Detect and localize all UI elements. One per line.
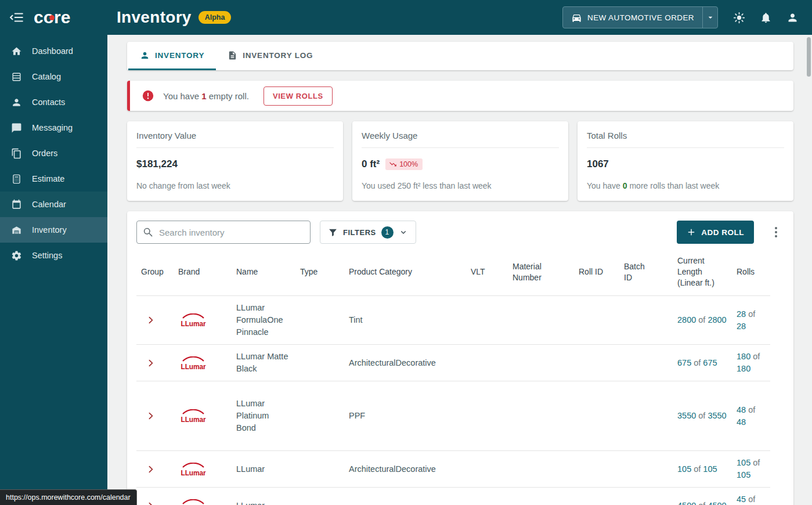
table-row[interactable]: LLumar LLumar 4500 of 4500 45 of 45 <box>136 488 770 505</box>
expand-row-chevron-icon[interactable] <box>141 501 169 505</box>
llumar-brand-logo: LLumar <box>178 409 208 426</box>
sidebar-item-inventory[interactable]: Inventory <box>0 217 107 243</box>
cell-category: ArchitecturalDecorative <box>344 451 466 488</box>
collapse-sidebar-icon[interactable] <box>9 10 24 25</box>
sidebar-item-settings[interactable]: Settings <box>0 243 107 268</box>
alert-left-stripe <box>127 81 130 111</box>
tab-label: INVENTORY <box>155 51 204 60</box>
notifications-button[interactable] <box>754 6 777 29</box>
cell-rolls: 105 of 105 <box>732 451 770 488</box>
person-icon <box>140 50 150 60</box>
sidebar-item-label: Settings <box>32 251 62 260</box>
col-header-type: Type <box>295 248 344 296</box>
sidebar-item-label: Calendar <box>32 200 66 209</box>
cell-material <box>508 296 574 345</box>
expand-row-chevron-icon[interactable] <box>141 315 169 325</box>
cell-vlt <box>466 296 508 345</box>
new-order-label: NEW AUTOMOTIVE ORDER <box>587 13 694 22</box>
scrollbar-thumb[interactable] <box>807 37 811 77</box>
header-actions: NEW AUTOMOTIVE ORDER <box>562 6 812 29</box>
cell-roll-id <box>574 451 619 488</box>
col-header-brand: Brand <box>174 248 232 296</box>
filters-button[interactable]: FILTERS 1 <box>320 221 416 244</box>
tab-inventory[interactable]: INVENTORY <box>128 42 216 70</box>
cell-material <box>508 488 574 505</box>
inventory-table: Group Brand Name Type Product Category V… <box>136 248 770 505</box>
cell-length: 105 of 105 <box>673 451 732 488</box>
sidebar-item-dashboard[interactable]: Dashboard <box>0 38 107 64</box>
cell-vlt <box>466 345 508 381</box>
cell-rolls: 48 of 48 <box>732 381 770 451</box>
cell-material <box>508 381 574 451</box>
error-icon <box>142 89 154 102</box>
more-options-icon[interactable] <box>771 223 781 241</box>
new-automotive-order-button[interactable]: NEW AUTOMOTIVE ORDER <box>563 7 702 28</box>
sidebar-item-calendar[interactable]: Calendar <box>0 192 107 217</box>
cell-category <box>344 488 466 505</box>
expand-row-chevron-icon[interactable] <box>141 464 169 474</box>
top-header: core Inventory Alpha NEW AUTOMOTIVE ORDE… <box>0 0 812 35</box>
theme-brightness-button[interactable] <box>727 6 750 29</box>
cell-name: LLumar FormulaOne Pinnacle <box>232 296 295 345</box>
llumar-brand-logo: LLumar <box>178 463 208 479</box>
core-logo[interactable]: core <box>34 9 70 26</box>
note-prefix: You have <box>587 181 620 190</box>
browser-status-url: https://ops.morewithcore.com/calendar <box>0 489 137 505</box>
llumar-brand-logo: LLumar <box>178 313 208 330</box>
view-rolls-button[interactable]: VIEW ROLLS <box>264 86 333 106</box>
cell-batch-id <box>619 488 673 505</box>
col-header-group: Group <box>136 248 174 296</box>
table-row[interactable]: LLumar LLumar Matte Black ArchitecturalD… <box>136 345 770 381</box>
cell-category: PPF <box>344 381 466 451</box>
empty-roll-alert: You have 1 empty roll. VIEW ROLLS <box>127 81 793 111</box>
cell-material <box>508 345 574 381</box>
alert-count: 1 <box>201 91 206 101</box>
cell-category: Tint <box>344 296 466 345</box>
cell-vlt <box>466 381 508 451</box>
sidebar-item-catalog[interactable]: Catalog <box>0 64 107 89</box>
expand-row-chevron-icon[interactable] <box>141 411 169 421</box>
stat-cards: Inventory Value $181,224 No change from … <box>127 121 793 201</box>
tab-label: INVENTORY LOG <box>243 51 313 60</box>
search-input[interactable] <box>136 221 311 244</box>
sun-icon <box>733 12 745 24</box>
new-order-dropdown-caret[interactable] <box>702 7 717 28</box>
cell-rolls: 180 of 180 <box>732 345 770 381</box>
filters-label: FILTERS <box>343 228 376 237</box>
card-title: Inventory Value <box>136 131 334 148</box>
cell-type <box>295 488 344 505</box>
weekly-usage-card: Weekly Usage 0 ft² 100% You used 250 ft²… <box>352 121 568 201</box>
brand-area: core <box>0 9 107 26</box>
cell-category: ArchitecturalDecorative <box>344 345 466 381</box>
new-order-split-button: NEW AUTOMOTIVE ORDER <box>562 6 718 28</box>
cell-length: 2800 of 2800 <box>673 296 732 345</box>
cell-rolls: 28 of 28 <box>732 296 770 345</box>
alert-message: You have 1 empty roll. <box>163 91 249 101</box>
car-icon <box>571 12 582 23</box>
cell-length: 675 of 675 <box>673 345 732 381</box>
sidebar-item-messaging[interactable]: Messaging <box>0 115 107 140</box>
cell-vlt <box>466 488 508 505</box>
filter-icon <box>328 228 338 237</box>
sidebar-item-label: Estimate <box>32 174 64 183</box>
tab-inventory-log[interactable]: INVENTORY LOG <box>216 42 324 70</box>
table-row[interactable]: LLumar LLumar Platinum Bond PPF 3550 of … <box>136 381 770 451</box>
cell-type <box>295 381 344 451</box>
col-header-current-length: Current Length (Linear ft.) <box>673 248 732 296</box>
cell-name: LLumar Platinum Bond <box>232 381 295 451</box>
table-row[interactable]: LLumar LLumar ArchitecturalDecorative 10… <box>136 451 770 488</box>
plus-icon <box>687 228 696 237</box>
gear-icon <box>11 250 22 261</box>
expand-row-chevron-icon[interactable] <box>141 358 169 368</box>
table-row[interactable]: LLumar LLumar FormulaOne Pinnacle Tint 2… <box>136 296 770 345</box>
add-roll-button[interactable]: ADD ROLL <box>677 221 754 244</box>
col-header-rolls: Rolls <box>732 248 770 296</box>
account-button[interactable] <box>781 6 804 29</box>
trend-down-icon <box>389 160 397 168</box>
logo-dot-icon <box>49 15 55 20</box>
alpha-badge: Alpha <box>199 11 232 24</box>
sidebar-item-orders[interactable]: Orders <box>0 140 107 166</box>
sidebar-item-contacts[interactable]: Contacts <box>0 89 107 115</box>
card-title: Total Rolls <box>587 131 784 148</box>
sidebar-item-estimate[interactable]: Estimate <box>0 166 107 192</box>
